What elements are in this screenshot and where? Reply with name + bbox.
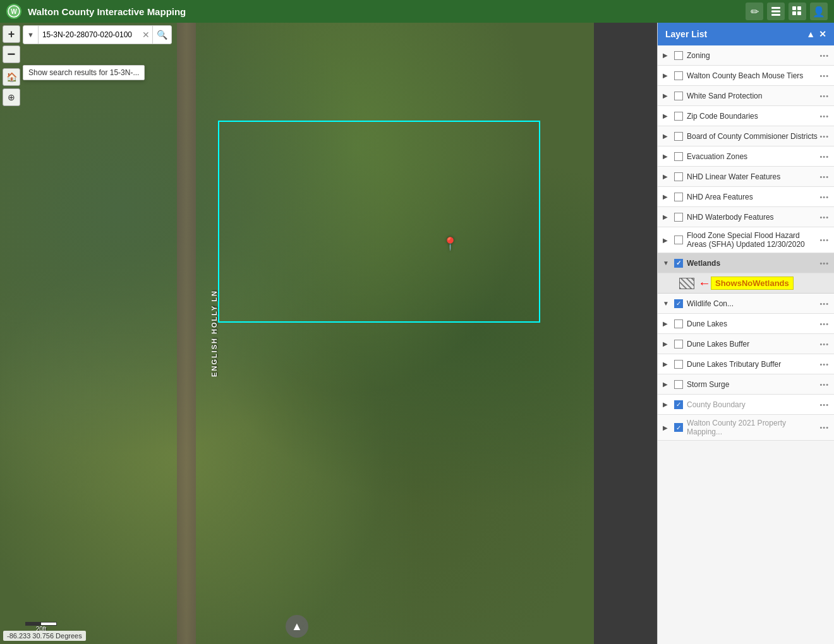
more-dune-lakes[interactable]: ••• [819,320,829,328]
layer-name-storm-surge: Storm Surge [687,380,819,389]
checkbox-walton-2021[interactable]: ✓ [674,423,683,432]
layer-panel: Layer List ▲ ✕ ▶ Zoning ••• ▶ [657,23,834,644]
expand-dune-trib[interactable]: ▶ [663,361,670,367]
checkbox-board-county[interactable] [674,132,683,141]
checkbox-dune-lakes[interactable] [674,319,683,328]
layer-item-nhd-waterbody: ▶ NHD Waterbody Features ••• [658,207,834,227]
search-clear-button[interactable]: ✕ [140,30,152,40]
svg-rect-5 [792,6,796,10]
more-nhd-linear[interactable]: ••• [819,173,829,181]
more-storm-surge[interactable]: ••• [819,381,829,388]
layer-item-beach-tiers: ▶ Walton County Beach Mouse Tiers ••• [658,66,834,86]
checkbox-wildlife[interactable]: ✓ [674,299,683,308]
navigate-up-button[interactable]: ▲ [286,615,308,638]
expand-walton-2021[interactable]: ▶ [663,424,670,431]
more-white-sand[interactable]: ••• [819,92,829,100]
more-nhd-waterbody[interactable]: ••• [819,213,829,221]
grid-icon[interactable] [789,3,806,20]
more-nhd-area[interactable]: ••• [819,193,829,201]
checkbox-dune-trib[interactable] [674,360,683,369]
expand-dune-lakes-buffer[interactable]: ▶ [663,340,670,347]
expand-storm-surge[interactable]: ▶ [663,381,670,388]
user-icon[interactable]: 👤 [810,3,828,20]
layer-name-county-boundary: County Boundary [687,400,819,409]
layer-name-zoning: Zoning [687,51,819,60]
checkbox-flood-zone[interactable] [674,236,683,244]
expand-white-sand[interactable]: ▶ [663,92,670,99]
layer-name-wetlands: Wetlands [687,259,819,268]
more-wetlands[interactable]: ••• [819,259,829,267]
more-dune-trib[interactable]: ••• [819,361,829,368]
layer-list-body[interactable]: ▶ Zoning ••• ▶ Walton County Beach Mouse… [658,45,834,644]
layer-name-flood-zone: Flood Zone Special Flood Hazard Areas (S… [687,231,819,249]
svg-rect-2 [771,7,780,9]
zoom-in-button[interactable]: + [3,25,20,43]
checkbox-nhd-linear[interactable] [674,172,683,181]
search-dropdown-arrow[interactable]: ▼ [23,26,39,44]
more-beach-tiers[interactable]: ••• [819,72,829,80]
more-zoning[interactable]: ••• [819,52,829,59]
expand-wetlands[interactable]: ▼ [663,259,670,266]
checkbox-zoning[interactable] [674,51,683,60]
expand-zoning[interactable]: ▶ [663,52,670,59]
checkbox-storm-surge[interactable] [674,380,683,389]
expand-county-boundary[interactable]: ▶ [663,401,670,408]
location-button[interactable]: ⊕ [3,88,20,106]
checkbox-county-boundary[interactable]: ✓ [674,400,683,409]
svg-rect-4 [771,14,780,16]
zoom-out-button[interactable]: − [3,45,20,63]
layer-list-title: Layer List [665,29,707,39]
more-flood-zone[interactable]: ••• [819,236,829,244]
layer-item-storm-surge: ▶ Storm Surge ••• [658,374,834,395]
map-container[interactable]: ENGLISH HOLLY LN 📍 20ft -86.233 30.756 D… [0,23,594,644]
checkbox-white-sand[interactable] [674,92,683,100]
checkbox-dune-lakes-buffer[interactable] [674,340,683,349]
search-input[interactable] [39,30,140,39]
checkbox-zip-code[interactable] [674,112,683,121]
map-controls: + − 🏠 ⊕ [0,23,23,109]
layer-item-walton-2021: ▶ ✓ Walton County 2021 Property Mapping.… [658,415,834,441]
layer-name-beach-tiers: Walton County Beach Mouse Tiers [687,71,819,80]
layer-list-header: Layer List ▲ ✕ [658,23,834,45]
more-county-boundary[interactable]: ••• [819,401,829,408]
collapse-icon[interactable]: ▲ [806,29,815,39]
checkbox-wetlands[interactable]: ✓ [674,259,683,268]
map-pin: 📍 [442,236,458,251]
expand-wildlife[interactable]: ▼ [663,300,670,307]
checkbox-nhd-waterbody[interactable] [674,213,683,222]
checkbox-beach-tiers[interactable] [674,71,683,80]
more-walton-2021[interactable]: ••• [819,424,829,431]
expand-dune-lakes[interactable]: ▶ [663,320,670,327]
more-zip-code[interactable]: ••• [819,112,829,120]
layer-item-evacuation: ▶ Evacuation Zones ••• [658,146,834,167]
more-board-county[interactable]: ••• [819,133,829,140]
home-button[interactable]: 🏠 [3,68,20,86]
expand-nhd-linear[interactable]: ▶ [663,173,670,180]
svg-rect-7 [792,11,796,15]
expand-beach-tiers[interactable]: ▶ [663,72,670,79]
layer-name-walton-2021: Walton County 2021 Property Mapping... [687,419,819,436]
expand-nhd-waterbody[interactable]: ▶ [663,213,670,220]
pencil-icon[interactable]: ✏ [746,3,763,20]
layer-name-board-county: Board of County Commisioner Districts [687,132,819,141]
layer-name-white-sand: White Sand Protection [687,92,819,100]
layers-icon[interactable] [767,3,785,20]
checkbox-nhd-area[interactable] [674,193,683,201]
layer-item-white-sand: ▶ White Sand Protection ••• [658,86,834,106]
expand-flood-zone[interactable]: ▶ [663,237,670,244]
expand-board-county[interactable]: ▶ [663,133,670,140]
close-icon[interactable]: ✕ [819,29,826,39]
search-suggestion[interactable]: Show search results for 15-3N-... [23,65,145,80]
expand-zip-code[interactable]: ▶ [663,112,670,119]
more-wildlife[interactable]: ••• [819,300,829,307]
layer-panel-header-icons: ▲ ✕ [806,29,826,39]
more-dune-lakes-buffer[interactable]: ••• [819,340,829,348]
more-evacuation[interactable]: ••• [819,153,829,160]
expand-nhd-area[interactable]: ▶ [663,193,670,200]
expand-evacuation[interactable]: ▶ [663,153,670,160]
search-button[interactable]: 🔍 [152,26,171,44]
main-content: ENGLISH HOLLY LN 📍 20ft -86.233 30.756 D… [0,23,834,644]
checkbox-evacuation[interactable] [674,152,683,161]
layer-item-county-boundary: ▶ ✓ County Boundary ••• [658,395,834,415]
svg-rect-8 [797,11,801,15]
